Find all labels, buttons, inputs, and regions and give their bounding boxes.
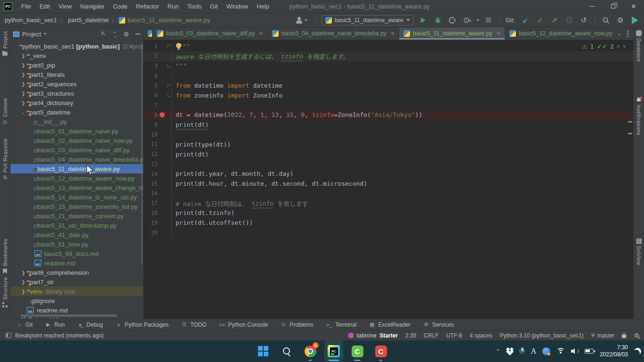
tree-item-venv[interactable]: ❯venvlibrary root bbox=[10, 287, 143, 296]
tree-item-part1_literals[interactable]: ❯part1_literals bbox=[10, 70, 143, 79]
taskbar-chrome-button[interactable]: k bbox=[301, 340, 320, 362]
line-number[interactable]: 12 bbox=[144, 151, 158, 157]
close-button[interactable]: ✕ bbox=[623, 0, 644, 13]
taskbar-recorder-button[interactable]: C bbox=[371, 340, 390, 362]
battery-icon[interactable] bbox=[585, 349, 594, 354]
toolwindow-debug[interactable]: ●̲Debug bbox=[77, 321, 103, 328]
menu-view[interactable]: View bbox=[54, 0, 76, 13]
tray-expand-chevron-icon[interactable]: ⌃ bbox=[496, 348, 500, 354]
chevron-down-icon[interactable] bbox=[44, 33, 47, 35]
tool-stripe-bookmarks[interactable]: Bookmarks bbox=[0, 239, 10, 274]
next-problem-chevron-icon[interactable]: ˅ bbox=[623, 44, 626, 49]
tree-chevron-icon[interactable]: ❯ bbox=[20, 53, 27, 58]
tool-stripe-pull-requests[interactable]: Pull Requests ⇅ bbox=[0, 138, 10, 181]
lock-icon[interactable] bbox=[622, 335, 626, 338]
git-push-button[interactable]: ↗ bbox=[549, 15, 560, 25]
menu-edit[interactable]: Edit bbox=[35, 0, 54, 13]
indent-style[interactable]: 4 spaces bbox=[470, 332, 492, 339]
line-number[interactable]: 17 bbox=[144, 200, 158, 206]
tree-item-part3_structures[interactable]: ❯part3_structures bbox=[10, 89, 143, 98]
menu-run[interactable]: Run bbox=[163, 0, 183, 13]
tool-stripe-structure[interactable]: Structure bbox=[0, 277, 10, 308]
tool-stripe-commit[interactable]: Commit ◎ bbox=[0, 98, 10, 125]
status-message[interactable]: Breakpoint reached (moments ago) bbox=[15, 332, 104, 339]
tree-item-part4_dictionary[interactable]: ❯part4_dictionary bbox=[10, 98, 143, 107]
tree-item-part7_str[interactable]: ❯part7_str bbox=[10, 277, 143, 287]
menu-code[interactable]: Code bbox=[109, 0, 132, 13]
tree-chevron-icon[interactable]: ❯ bbox=[20, 72, 27, 77]
file-encoding[interactable]: UTF-8 bbox=[446, 332, 462, 339]
tree-item-basic5_11_datetime_aware.py[interactable]: basic5_11_datetime_aware.py bbox=[10, 164, 143, 173]
tree-item-__init__.py[interactable]: __init__.py bbox=[10, 117, 143, 126]
run-button[interactable] bbox=[418, 15, 428, 25]
dropbox-icon[interactable] bbox=[506, 348, 514, 354]
code-line-17[interactable]: 17# naive な日付時刻は、 tzinfo を有します bbox=[144, 198, 633, 208]
rollback-button[interactable]: ↺ bbox=[579, 15, 589, 25]
line-number[interactable]: 16 bbox=[144, 190, 158, 197]
tree-item-.gitignore[interactable]: .gitignore bbox=[10, 296, 143, 305]
toolwindow-services[interactable]: ⚙Services bbox=[423, 321, 454, 328]
wifi-icon[interactable] bbox=[556, 348, 565, 354]
line-separator[interactable]: CRLF bbox=[424, 332, 438, 339]
tab-list-chevron-icon[interactable]: ⌄ bbox=[617, 31, 621, 37]
search-everywhere-button[interactable] bbox=[601, 15, 611, 25]
tab-basic5_12_datetime_aware_now.py[interactable]: basic5_12_datetime_aware_now.py✕ bbox=[505, 27, 612, 40]
tree-item-basic5_13_datetime_aware_change_tz.py[interactable]: basic5_13_datetime_aware_change_tz.py bbox=[10, 183, 143, 192]
tree-item-part5_datetime[interactable]: ⌄part5_datetime bbox=[10, 107, 143, 117]
tree-item-basic5_12_datetime_aware_now.py[interactable]: basic5_12_datetime_aware_now.py bbox=[10, 173, 143, 183]
tree-item-basic5_01_datetime_naive.py[interactable]: basic5_01_datetime_naive.py bbox=[10, 126, 143, 136]
line-number[interactable]: 2 bbox=[144, 53, 158, 59]
menu-refactor[interactable]: Refactor bbox=[132, 0, 163, 13]
menu-help[interactable]: Help bbox=[252, 0, 274, 13]
fold-marker-icon[interactable] bbox=[166, 61, 172, 71]
profiler-button[interactable] bbox=[462, 15, 472, 25]
tab-basic5_11_datetime_aware.py[interactable]: basic5_11_datetime_aware.py✕ bbox=[399, 27, 505, 40]
tab-close-icon[interactable]: ✕ bbox=[496, 31, 500, 37]
menu-tools[interactable]: Tools bbox=[183, 0, 206, 13]
prev-problem-chevron-icon[interactable]: ˄ bbox=[617, 44, 620, 49]
code-line-14[interactable]: 14print(dt.year, dt.month, dt.day) bbox=[144, 169, 633, 179]
code-line-19[interactable]: 19print(dt.utcoffset()) bbox=[144, 218, 633, 228]
code-line-2[interactable]: 2aware な日付時刻を生成するには、 tzinfo を指定します。 bbox=[144, 51, 633, 61]
breadcrumb-item[interactable]: python_basic_sec1 bbox=[4, 16, 58, 24]
code-line-3[interactable]: 3""" bbox=[144, 61, 633, 71]
taskbar-pycharm-button[interactable]: PC bbox=[324, 340, 343, 362]
code-line-6[interactable]: 6from zoneinfo import ZoneInfo bbox=[144, 90, 633, 100]
breakpoint-icon[interactable] bbox=[160, 112, 165, 117]
microphone-icon[interactable] bbox=[520, 347, 524, 355]
toolwindow-excelreader[interactable]: ▦ExcelReader bbox=[369, 321, 411, 328]
taskbar-search-button[interactable] bbox=[277, 340, 296, 362]
select-opened-file-icon[interactable]: ⇱ bbox=[101, 31, 105, 37]
toolwindow-run[interactable]: ▶Run bbox=[45, 321, 64, 328]
tree-item-basic5_04_datetime_naive_timedelta.py[interactable]: basic5_04_datetime_naive_timedelta.py bbox=[10, 155, 143, 164]
tab-basic5_03_datetime_naive_diff.py[interactable]: basic5_03_datetime_naive_diff.py✕ bbox=[153, 27, 268, 40]
toolwindow-todo[interactable]: ☰TODO bbox=[181, 321, 206, 328]
breakpoint-gutter[interactable] bbox=[158, 112, 166, 117]
code-line-10[interactable]: 10 bbox=[144, 130, 633, 140]
plugin-button[interactable] bbox=[630, 15, 640, 25]
tree-item-part0_pip[interactable]: ❯part0_pip bbox=[10, 60, 143, 70]
code-line-8[interactable]: 8dt = datetime(2022, 7, 1, 13, 15, 0, tz… bbox=[144, 110, 633, 120]
project-horizontal-scrollbar[interactable] bbox=[21, 314, 117, 317]
breadcrumb-item[interactable]: part5_datetime bbox=[67, 16, 110, 24]
code-line-5[interactable]: 5from datetime import datetime bbox=[144, 81, 633, 90]
tree-item-part2_sequences[interactable]: ❯part2_sequences bbox=[10, 79, 143, 89]
tab-close-icon[interactable]: ✕ bbox=[390, 31, 394, 37]
focus-assist-moon-icon[interactable] bbox=[633, 347, 642, 355]
tree-item-basic5_51_time.py[interactable]: basic5_51_time.py bbox=[10, 239, 143, 249]
line-number[interactable]: 1 bbox=[144, 43, 158, 49]
tool-stripe-project[interactable]: Project bbox=[0, 31, 10, 57]
tree-chevron-icon[interactable]: ❯ bbox=[20, 91, 27, 96]
menu-file[interactable]: File bbox=[17, 0, 35, 13]
line-number[interactable]: 7 bbox=[144, 102, 158, 108]
intention-bulb-icon[interactable] bbox=[176, 43, 182, 50]
tree-item-basic5_03_datetime_naive_diff.py[interactable]: basic5_03_datetime_naive_diff.py bbox=[10, 145, 143, 155]
line-number[interactable]: 8 bbox=[144, 112, 158, 118]
tool-stripe-sciview[interactable]: SciView bbox=[634, 239, 644, 265]
tab-_now.py[interactable]: _now.py✕ bbox=[144, 27, 153, 40]
git-update-button[interactable]: ↙ bbox=[520, 15, 531, 25]
menu-navigate[interactable]: Navigate bbox=[76, 0, 108, 13]
tree-item-basic5_41_date.py[interactable]: basic5_41_date.py bbox=[10, 230, 143, 239]
tab-basic5_04_datetime_naive_timedelta.py[interactable]: basic5_04_datetime_naive_timedelta.py✕ bbox=[268, 27, 399, 40]
tabnine-widget[interactable]: tabnine Starter bbox=[348, 332, 398, 339]
